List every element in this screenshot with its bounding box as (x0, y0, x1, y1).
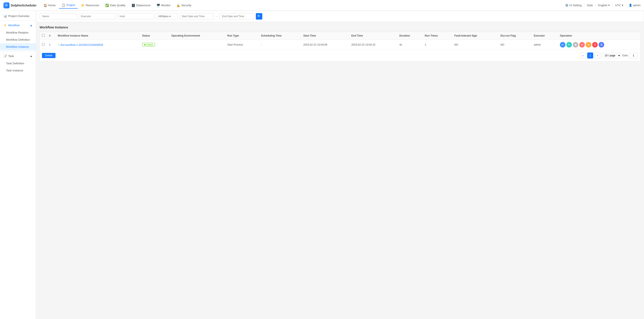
nav-divider-2 (595, 4, 596, 7)
executor-filter-input[interactable] (78, 13, 116, 20)
per-page-select[interactable]: 10 / page (602, 53, 621, 58)
page-1-button[interactable]: 1 (587, 52, 593, 58)
th-executor: Executor (532, 32, 558, 40)
dry-run-value: NO (500, 43, 504, 46)
nav-resources[interactable]: 📁 Resources (78, 2, 102, 8)
run-type-value: Start Process (228, 43, 243, 46)
task-header-left: 📝 Task (4, 54, 14, 58)
delete-row-button[interactable]: ✕ (579, 42, 585, 48)
workflow-icon: ⚡ (4, 24, 7, 27)
th-run-times: Run Times (422, 32, 452, 40)
nav-data-quality[interactable]: ✅ Data Quality (103, 2, 128, 8)
th-run-type: Run Type (225, 32, 259, 40)
edit-button[interactable]: ✏ (560, 42, 566, 48)
sidebar-item-project-overview[interactable]: 📊 Project Overview (0, 12, 36, 20)
user-menu[interactable]: 👤 admin (629, 4, 640, 7)
end-date-filter[interactable] (220, 13, 254, 20)
nav-home[interactable]: 🏠 Home (41, 2, 58, 8)
workflow-instance-link[interactable]: first-workflow-1-20230222100406509 (60, 44, 103, 46)
app-logo[interactable]: D DolphinScheduler (4, 2, 36, 8)
th-status: Status (140, 32, 169, 40)
th-num: # (47, 32, 56, 40)
operation-buttons: ✏ ↻ ■ ✕ ⏸ ↺ ⚙ (560, 42, 638, 48)
start-date-filter[interactable] (179, 13, 214, 20)
nav-security[interactable]: 🔒 Security (174, 2, 194, 8)
td-num: 1 (47, 40, 56, 50)
project-icon: 📋 (62, 4, 65, 7)
datasource-icon: 🗄️ (132, 4, 135, 7)
nav-resources-label: Resources (86, 4, 99, 7)
sidebar-item-workflow-definition[interactable]: Workflow Definition (0, 36, 36, 43)
td-operating-env (169, 40, 225, 50)
chevron-down-icon: ▾ (608, 4, 610, 7)
nav-right-section: ⚙️ UI Setting Dark English ▾ UTC ▾ 👤 adm… (565, 4, 640, 7)
prev-page-button[interactable]: ‹ (580, 52, 586, 58)
pagination: ‹ 1 › 10 / page Goto (577, 50, 640, 61)
sidebar-divider-2 (0, 51, 36, 52)
filter-bar: AllStatus ▾ → 🔍 (36, 11, 644, 22)
select-all-checkbox[interactable] (42, 34, 45, 37)
th-end-time: End Time (349, 32, 397, 40)
col-name-label: Workflow Instance Name (58, 34, 88, 37)
nav-monitor[interactable]: 🖥️ Monitor (154, 2, 173, 8)
pause-button[interactable]: ⏸ (586, 42, 591, 48)
page-title: Workflow Instance (40, 26, 640, 29)
workflow-relation-label: Workflow Relation (6, 31, 28, 34)
col-scheduling-time-label: Scheduling Time (261, 34, 282, 37)
goto-input[interactable] (629, 52, 638, 58)
td-scheduling-time: - (259, 40, 301, 50)
table-header-row: # Workflow Instance Name Status Operatin… (40, 32, 640, 40)
page-area: Workflow Instance # Workflow (40, 26, 640, 61)
fault-tolerant-value: NO (454, 43, 458, 46)
theme-toggle[interactable]: Dark (587, 4, 593, 7)
nav-home-label: Home (48, 4, 56, 7)
recover-button[interactable]: ↺ (592, 42, 598, 48)
settings-icon: ⚙️ (565, 4, 568, 7)
duration-value: 4s (399, 43, 402, 46)
workflow-section-header[interactable]: ⚡ Workflow ▲ (0, 22, 36, 29)
col-operation-label: Operation (560, 34, 572, 37)
data-quality-icon: ✅ (105, 4, 109, 7)
task-instance-label: Task Instance (6, 69, 23, 72)
td-end-time: 2023-02-22 10:04:10 (349, 40, 397, 50)
gantt-button[interactable]: ⚙ (598, 42, 604, 48)
search-button[interactable]: 🔍 (256, 13, 262, 20)
language-label: English (598, 4, 608, 7)
host-filter-input[interactable] (117, 13, 154, 20)
col-operating-env-label: Operating Environment (171, 34, 200, 37)
stop-button[interactable]: ■ (573, 42, 578, 48)
sidebar-item-workflow-relation[interactable]: Workflow Relation (0, 29, 36, 36)
next-page-button[interactable]: › (594, 52, 600, 58)
nav-monitor-label: Monitor (161, 4, 170, 7)
td-dry-run: NO (498, 40, 532, 50)
sidebar-item-task-instance[interactable]: Task Instance (0, 67, 36, 74)
delete-button[interactable]: Delete (42, 53, 56, 58)
nav-project[interactable]: 📋 Project (59, 2, 78, 8)
sidebar-item-workflow-instance[interactable]: Workflow Instance (0, 43, 36, 50)
page-header: Workflow Instance (40, 26, 640, 29)
row-checkbox[interactable] (42, 43, 45, 46)
task-section-header[interactable]: 📝 Task ▲ (0, 52, 36, 60)
timezone-select[interactable]: UTC ▾ (615, 4, 623, 7)
td-run-type: Start Process (225, 40, 259, 50)
nav-divider-1 (584, 4, 584, 7)
status-filter-select[interactable]: AllStatus ▾ (156, 13, 178, 20)
col-num-label: # (49, 34, 50, 37)
task-definition-label: Task Definition (6, 62, 24, 65)
td-checkbox (40, 40, 47, 50)
status-filter-label: AllStatus (158, 15, 168, 18)
nav-datasource[interactable]: 🗄️ Datasource (129, 2, 153, 8)
rerun-button[interactable]: ↻ (566, 42, 572, 48)
name-filter-input[interactable] (40, 13, 77, 20)
logo-icon: D (4, 2, 10, 8)
task-section-label: Task (8, 54, 14, 58)
sidebar-item-task-definition[interactable]: Task Definition (0, 60, 36, 67)
workflow-collapse-icon: ▲ (30, 24, 32, 27)
ui-setting-button[interactable]: ⚙️ UI Setting (565, 4, 582, 7)
run-times-value: 1 (425, 43, 426, 46)
col-dry-run-label: Dry-run Flag (500, 34, 516, 37)
nav-security-label: Security (181, 4, 191, 7)
language-select[interactable]: English ▾ (598, 4, 610, 7)
scheduling-time-value: - (261, 43, 262, 46)
nav-divider-4 (626, 4, 626, 7)
